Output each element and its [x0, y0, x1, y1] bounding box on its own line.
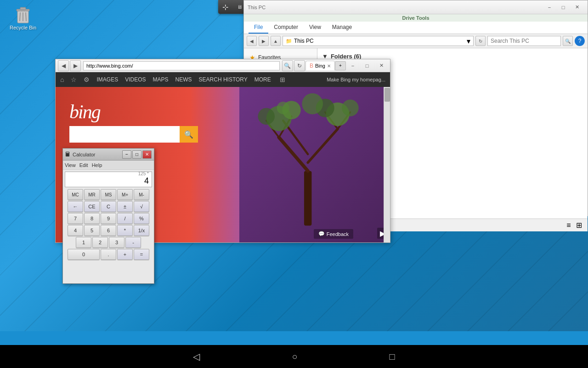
bing-feedback-button[interactable]: 💬 Feedback	[314, 229, 353, 239]
calc-menu-view[interactable]: View	[65, 162, 76, 168]
address-bar: ◀ ▶ ▲ 📁 This PC ▾ ↻ 🔍 ?	[244, 34, 588, 48]
calc-3-button[interactable]: 3	[109, 237, 124, 248]
calc-minimize-button[interactable]: −	[122, 150, 131, 159]
calc-close-button[interactable]: ✕	[142, 150, 152, 159]
new-tab-button[interactable]: +	[335, 61, 346, 70]
android-home-button[interactable]: ○	[292, 351, 297, 362]
calc-backspace-button[interactable]: ←	[68, 201, 83, 212]
ribbon-tab-file[interactable]: File	[249, 22, 268, 34]
calc-mr-button[interactable]: MR	[84, 189, 100, 200]
calc-5-button[interactable]: 5	[84, 225, 100, 236]
search-input[interactable]	[487, 36, 561, 46]
calc-decimal-button[interactable]: .	[101, 249, 116, 260]
recycle-bin[interactable]: Recycle Bin	[9, 5, 37, 30]
calc-menu: View Edit Help	[63, 161, 154, 170]
thispc-close-button[interactable]: ✕	[570, 1, 584, 13]
thispc-minimize-button[interactable]: −	[543, 1, 556, 13]
android-back-button[interactable]: ◁	[193, 351, 200, 362]
bing-nav-search-history[interactable]: SEARCH HISTORY	[199, 76, 248, 83]
calc-ms-button[interactable]: MS	[101, 189, 116, 200]
toolbar-star-icon[interactable]: ☆	[71, 76, 77, 83]
ribbon-tab-computer[interactable]: Computer	[268, 22, 304, 34]
calc-0-button[interactable]: 0	[68, 249, 100, 260]
svg-point-34	[342, 99, 359, 116]
thispc-maximize-button[interactable]: □	[556, 1, 570, 13]
calc-mminus-button[interactable]: M-	[134, 189, 149, 200]
calc-maximize-button[interactable]: □	[132, 150, 141, 159]
calc-row-1: ← CE C ± √	[63, 201, 154, 212]
calc-7-button[interactable]: 7	[68, 213, 83, 224]
bing-apps-icon[interactable]: ⊞	[280, 76, 285, 83]
calc-4-button[interactable]: 4	[68, 225, 83, 236]
calc-equals-button[interactable]: =	[134, 249, 149, 260]
bing-search-button[interactable]: 🔍	[180, 126, 198, 143]
calc-plus-button[interactable]: +	[117, 249, 133, 260]
bing-search-input[interactable]	[69, 126, 180, 143]
refresh-button[interactable]: ↻	[475, 36, 486, 46]
calc-9-button[interactable]: 9	[101, 213, 116, 224]
bing-nav-images[interactable]: IMAGES	[96, 76, 118, 83]
browser-refresh-button[interactable]: ↻	[294, 60, 305, 71]
browser-search-button[interactable]: 🔍	[282, 60, 293, 71]
calc-memory-row: MC MR MS M+ M-	[63, 189, 154, 200]
bing-search-box: 🔍	[69, 126, 198, 143]
ribbon-tab-manage[interactable]: Manage	[327, 22, 357, 34]
calc-mc-button[interactable]: MC	[68, 189, 83, 200]
browser-close-button[interactable]: ✕	[374, 60, 388, 71]
browser-maximize-button[interactable]: □	[360, 60, 374, 71]
help-button[interactable]: ?	[575, 36, 585, 46]
calc-icon: 🖩	[65, 151, 71, 158]
calc-reciprocal-button[interactable]: 1/x	[134, 225, 149, 236]
calc-minus-button[interactable]: -	[125, 237, 141, 248]
browser-tab-close[interactable]: ✕	[327, 63, 331, 69]
browser-minimize-button[interactable]: −	[346, 60, 360, 71]
browser-titlebar: ◀ ▶ 🔍 ↻ B Bing ✕ + − □ ✕	[56, 59, 390, 72]
toolbar-home-icon[interactable]: ⌂	[60, 76, 64, 83]
calc-divide-button[interactable]: /	[117, 213, 133, 224]
calc-plusminus-button[interactable]: ±	[117, 201, 133, 212]
address-dropdown-btn[interactable]: ▾	[467, 37, 470, 46]
calc-menu-help[interactable]: Help	[92, 162, 102, 168]
browser-window-controls: − □ ✕	[346, 60, 388, 71]
back-button[interactable]: ◀	[247, 36, 257, 46]
calc-sqrt-button[interactable]: √	[134, 201, 149, 212]
bing-nav-videos[interactable]: VIDEOS	[125, 76, 146, 83]
bing-homepage-link[interactable]: Make Bing my homepag...	[327, 77, 385, 82]
svg-point-32	[258, 108, 275, 125]
forward-button[interactable]: ▶	[259, 36, 269, 46]
search-button[interactable]: 🔍	[563, 36, 573, 46]
android-recent-button[interactable]: □	[390, 351, 395, 362]
browser-back-button[interactable]: ◀	[58, 60, 69, 71]
calc-ce-button[interactable]: CE	[84, 201, 100, 212]
calc-multiply-button[interactable]: *	[117, 225, 133, 236]
bing-nav-news[interactable]: NEWS	[175, 76, 192, 83]
details-view-button[interactable]: ≡	[564, 220, 574, 230]
calc-title: Calculator	[73, 152, 122, 157]
calc-mplus-button[interactable]: M+	[117, 189, 133, 200]
svg-line-5	[26, 12, 26, 21]
calc-titlebar: 🖩 Calculator − □ ✕	[63, 149, 154, 161]
calc-2-button[interactable]: 2	[92, 237, 108, 248]
up-button[interactable]: ▲	[271, 36, 281, 46]
calc-percent-button[interactable]: %	[134, 213, 149, 224]
browser-address-bar[interactable]	[83, 61, 280, 70]
bing-toolbar: ⌂ ☆ ⚙ IMAGES VIDEOS MAPS NEWS SEARCH HIS…	[56, 72, 390, 87]
thispc-title: This PC	[248, 5, 266, 10]
calc-display: 125 * 4	[65, 172, 152, 187]
bing-scrollbar-thumb[interactable]	[384, 88, 390, 102]
calc-1-button[interactable]: 1	[76, 237, 91, 248]
calc-menu-edit[interactable]: Edit	[79, 162, 88, 168]
toolbar-gear-icon[interactable]: ⚙	[84, 76, 90, 83]
tiles-view-button[interactable]: ⊞	[574, 220, 584, 230]
remote-drag-handle[interactable]: ⊹	[218, 0, 232, 14]
browser-forward-button[interactable]: ▶	[70, 60, 81, 71]
ribbon-tab-view[interactable]: View	[304, 22, 327, 34]
bing-scrollbar[interactable]	[384, 87, 390, 242]
bing-nav-maps[interactable]: MAPS	[153, 76, 169, 83]
address-input-container: 📁 This PC ▾	[283, 36, 474, 46]
bing-nav-more[interactable]: MORE	[254, 76, 271, 83]
browser-tab-bing[interactable]: B Bing ✕	[305, 61, 335, 70]
calc-6-button[interactable]: 6	[101, 225, 116, 236]
calc-c-button[interactable]: C	[101, 201, 116, 212]
calc-8-button[interactable]: 8	[84, 213, 100, 224]
